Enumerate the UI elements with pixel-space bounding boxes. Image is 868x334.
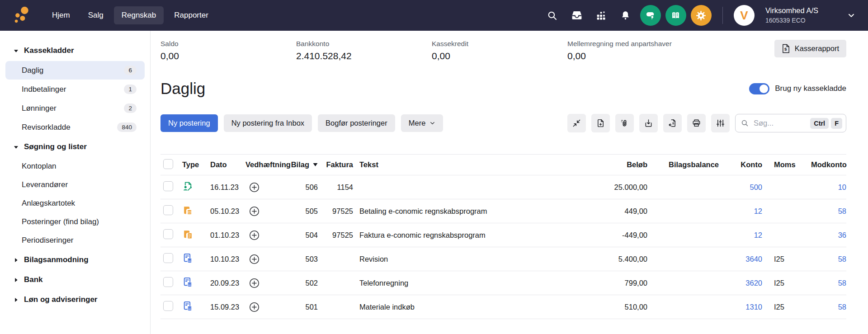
- nav-rapporter[interactable]: Rapporter: [166, 6, 216, 24]
- col-vedhaeftning[interactable]: Vedhæftning: [245, 160, 289, 169]
- summary-value: 2.410.528,42: [296, 51, 432, 61]
- sidebar-item-indbetalinger[interactable]: Indbetalinger 1: [5, 80, 145, 99]
- company-menu-chevron-down-icon[interactable]: [846, 10, 856, 20]
- sidebar-item-lønninger[interactable]: Lønninger 2: [5, 99, 145, 118]
- search-input[interactable]: [753, 118, 808, 128]
- add-attachment-icon[interactable]: [249, 254, 259, 264]
- add-attachment-icon[interactable]: [249, 230, 259, 240]
- search-icon[interactable]: [542, 5, 562, 25]
- sidebar-section-bilagsanmodning[interactable]: Bilagsanmodning: [0, 250, 150, 270]
- row-beloeb: 510,00: [586, 303, 654, 311]
- shortcut-ctrl-key: Ctrl: [810, 118, 829, 129]
- posting-type-icon: [182, 253, 193, 264]
- apps-grid-icon[interactable]: [591, 5, 611, 25]
- mere-button[interactable]: Mere: [401, 114, 443, 132]
- company-avatar[interactable]: V: [734, 5, 755, 26]
- print-button[interactable]: [687, 114, 706, 132]
- row-beloeb: -449,00: [586, 231, 654, 240]
- row-date: 01.10.23: [208, 231, 245, 240]
- row-konto-link[interactable]: 1310: [725, 303, 769, 311]
- add-attachment-icon[interactable]: [249, 302, 259, 312]
- row-konto-link[interactable]: 500: [725, 183, 769, 192]
- add-attachment-icon[interactable]: [249, 278, 259, 288]
- add-attachment-icon[interactable]: [249, 206, 259, 216]
- new-cashbook-toggle[interactable]: [749, 83, 769, 94]
- ny-postering-button[interactable]: Ny postering: [160, 114, 218, 132]
- chat-support-icon[interactable]: [640, 5, 661, 26]
- company-name: Virksomhed A/S: [765, 6, 818, 15]
- col-type[interactable]: Type: [182, 160, 208, 169]
- col-bilag-label: Bilag: [291, 160, 309, 169]
- row-checkbox[interactable]: [163, 277, 173, 287]
- row-checkbox[interactable]: [163, 301, 173, 311]
- col-faktura[interactable]: Faktura: [324, 160, 359, 169]
- row-checkbox[interactable]: [163, 229, 173, 239]
- topbar-divider: [722, 7, 723, 24]
- help-book-icon[interactable]: [665, 5, 686, 26]
- notifications-bell-icon[interactable]: [616, 5, 636, 25]
- row-konto-link[interactable]: 12: [725, 231, 769, 240]
- ny-postering-fra-inbox-button[interactable]: Ny postering fra Inbox: [224, 114, 312, 132]
- col-bilag[interactable]: Bilag: [289, 160, 324, 169]
- col-beloeb[interactable]: Beløb: [586, 160, 654, 169]
- sidebar-item-anlægskartotek[interactable]: Anlægskartotek: [5, 194, 145, 212]
- kasserapport-button[interactable]: $ Kasserapport: [774, 40, 846, 57]
- attachments-button[interactable]: [615, 114, 634, 132]
- nav-salg[interactable]: Salg: [80, 6, 111, 24]
- collapse-rows-button[interactable]: [567, 114, 586, 132]
- row-modkonto-link[interactable]: 10: [811, 183, 846, 192]
- count-badge: 2: [124, 103, 137, 113]
- summary-label: Mellemregning med anpartshaver: [567, 40, 774, 48]
- summary-value: 0,00: [432, 51, 567, 61]
- sidebar-item-label: Daglig: [22, 66, 43, 75]
- sidebar-section-søgning-og-lister[interactable]: Søgning og lister: [0, 137, 150, 157]
- nav-hjem[interactable]: Hjem: [44, 6, 78, 24]
- paperclip-sparkle-icon: [620, 118, 629, 128]
- sidebar-item-leverandører[interactable]: Leverandører: [5, 176, 145, 194]
- col-tekst[interactable]: Tekst: [359, 160, 586, 169]
- sidebar-item-revisorkladde[interactable]: Revisorkladde 840: [5, 118, 145, 136]
- sidebar-item-kontoplan[interactable]: Kontoplan: [5, 157, 145, 175]
- row-checkbox[interactable]: [163, 181, 173, 191]
- sliders-icon: [716, 118, 725, 128]
- row-checkbox[interactable]: [163, 253, 173, 263]
- topbar-actions: V Virksomhed A/S 1605339 ECO: [542, 5, 856, 26]
- row-moms: I25: [769, 255, 811, 263]
- sidebar-section-løn-og-adviseringer[interactable]: Løn og adviseringer: [0, 290, 150, 310]
- row-modkonto-link[interactable]: 58: [811, 255, 846, 263]
- company-info[interactable]: Virksomhed A/S 1605339 ECO: [765, 6, 818, 24]
- import-button[interactable]: [639, 114, 658, 132]
- settings-gear-icon[interactable]: [691, 5, 712, 26]
- sidebar-section-label: Bank: [24, 275, 43, 284]
- sidebar-item-label: Indbetalinger: [22, 85, 66, 94]
- col-modkonto[interactable]: Modkonto: [811, 160, 846, 169]
- row-modkonto-link[interactable]: 58: [811, 207, 846, 216]
- nav-regnskab[interactable]: Regnskab: [114, 6, 164, 24]
- row-konto-link[interactable]: 12: [725, 207, 769, 216]
- row-modkonto-link[interactable]: 58: [811, 279, 846, 287]
- sidebar-section-bank[interactable]: Bank: [0, 270, 150, 290]
- sidebar-section-kassekladder[interactable]: Kassekladder: [0, 41, 150, 61]
- col-moms[interactable]: Moms: [769, 160, 811, 169]
- col-dato[interactable]: Dato: [208, 160, 245, 169]
- posting-type-icon: [182, 229, 193, 240]
- row-modkonto-link[interactable]: 36: [811, 231, 846, 240]
- col-konto[interactable]: Konto: [725, 160, 769, 169]
- inbox-icon[interactable]: [567, 5, 587, 25]
- bogfoer-posteringer-button[interactable]: Bogfør posteringer: [318, 114, 395, 132]
- row-konto-link[interactable]: 3640: [725, 255, 769, 263]
- col-bilagsbalance[interactable]: Bilagsbalance: [654, 160, 725, 169]
- sidebar-item-posteringer-find-bilag[interactable]: Posteringer (find bilag): [5, 213, 145, 231]
- e-conomic-logo-icon[interactable]: [12, 5, 32, 25]
- column-settings-button[interactable]: [711, 114, 730, 132]
- select-all-checkbox[interactable]: [163, 159, 173, 169]
- row-checkbox[interactable]: [163, 205, 173, 215]
- row-modkonto-link[interactable]: 58: [811, 303, 846, 311]
- row-konto-link[interactable]: 3620: [725, 279, 769, 287]
- export-document-button[interactable]: [663, 114, 682, 132]
- row-bilag: 502: [289, 279, 324, 287]
- add-attachment-icon[interactable]: [249, 182, 259, 193]
- sidebar-item-daglig[interactable]: Daglig 6: [5, 61, 145, 80]
- new-document-button[interactable]: [591, 114, 610, 132]
- sidebar-item-periodiseringer[interactable]: Periodiseringer: [5, 231, 145, 249]
